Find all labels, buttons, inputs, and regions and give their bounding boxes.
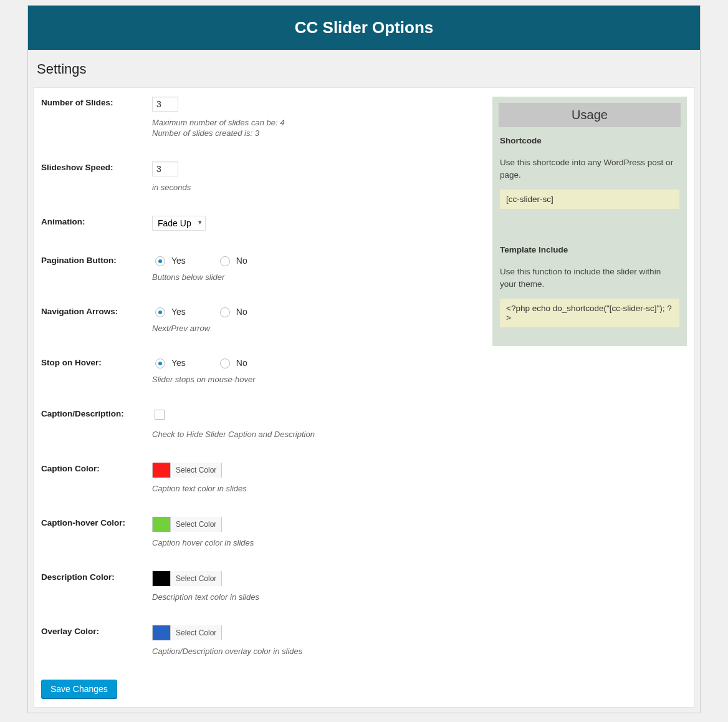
input-number-of-slides[interactable] — [152, 97, 178, 112]
field-slideshow-speed: Slideshow Speed: in seconds — [41, 161, 480, 192]
label-caption-color: Caption Color: — [41, 463, 152, 473]
field-number-of-slides: Number of Slides: Maximum number of slid… — [41, 97, 480, 138]
select-color-button-overlay[interactable]: Select Color — [170, 625, 221, 640]
color-picker-description[interactable]: Select Color — [152, 571, 222, 586]
radio-stop-hover-yes-label: Yes — [171, 358, 186, 368]
field-caption-hover-color: Caption-hover Color: Select Color Captio… — [41, 517, 480, 547]
radio-nav-arrows-no[interactable] — [220, 307, 230, 317]
swatch-description-color — [153, 571, 170, 586]
color-picker-overlay[interactable]: Select Color — [152, 625, 222, 640]
label-caption-description: Caption/Description: — [41, 408, 152, 418]
swatch-caption-hover-color — [153, 517, 170, 532]
hint-max-slides: Maximum number of slides can be: 4 — [152, 118, 480, 127]
input-slideshow-speed[interactable] — [152, 161, 178, 176]
hint-overlay-color: Caption/Description overlay color in sli… — [152, 647, 480, 656]
field-caption-description: Caption/Description: Check to Hide Slide… — [41, 408, 480, 439]
radio-stop-hover-no-label: No — [236, 358, 247, 368]
hint-stop-hover: Slider stops on mouse-hover — [152, 375, 480, 384]
usage-sidebar: Usage Shortcode Use this shortcode into … — [492, 97, 687, 346]
hint-description-color: Description text color in slides — [152, 592, 480, 602]
usage-shortcode-code: [cc-slider-sc] — [500, 190, 679, 209]
hint-pagination: Buttons below slider — [152, 272, 480, 282]
label-stop-on-hover: Stop on Hover: — [41, 357, 152, 367]
label-number-of-slides: Number of Slides: — [41, 97, 152, 107]
select-color-button-caption[interactable]: Select Color — [170, 463, 221, 478]
radio-nav-arrows-yes[interactable] — [155, 307, 165, 317]
usage-heading: Usage — [499, 103, 681, 127]
field-animation: Animation: Fade Up — [41, 216, 480, 231]
swatch-overlay-color — [153, 625, 170, 640]
hint-caption-hover-color: Caption hover color in slides — [152, 538, 480, 547]
label-description-color: Description Color: — [41, 571, 152, 582]
radio-stop-hover-no[interactable] — [220, 359, 230, 368]
label-animation: Animation: — [41, 216, 152, 226]
section-heading-settings: Settings — [28, 50, 700, 77]
color-picker-caption-hover[interactable]: Select Color — [152, 517, 222, 532]
usage-template-code: <?php echo do_shortcode("[cc-slider-sc]"… — [500, 299, 679, 327]
settings-form: Number of Slides: Maximum number of slid… — [41, 97, 480, 698]
radio-pagination-no[interactable] — [220, 256, 230, 266]
label-navigation-arrows: Navigation Arrows: — [41, 306, 152, 316]
hint-nav-arrows: Next/Prev arrow — [152, 324, 480, 333]
select-color-button-description[interactable]: Select Color — [170, 571, 221, 586]
usage-shortcode-label: Shortcode — [500, 136, 679, 145]
settings-container: Number of Slides: Maximum number of slid… — [33, 87, 695, 708]
usage-template-label: Template Include — [500, 245, 679, 254]
field-overlay-color: Overlay Color: Select Color Caption/Desc… — [41, 625, 480, 656]
page-header: CC Slider Options — [28, 6, 700, 50]
label-caption-hover-color: Caption-hover Color: — [41, 517, 152, 527]
radio-pagination-no-label: No — [236, 256, 247, 266]
field-pagination-button: Pagination Button: Yes No Buttons below … — [41, 254, 480, 282]
hint-created-slides: Number of slides created is: 3 — [152, 128, 480, 138]
hint-caption-color: Caption text color in slides — [152, 484, 480, 493]
options-panel: CC Slider Options Settings Number of Sli… — [27, 5, 701, 713]
checkbox-hide-caption[interactable] — [155, 410, 165, 420]
usage-template-text: Use this function to include the slider … — [500, 266, 679, 290]
hint-speed: in seconds — [152, 183, 480, 192]
radio-pagination-yes[interactable] — [155, 256, 165, 266]
page-title: CC Slider Options — [28, 18, 700, 37]
usage-shortcode-text: Use this shortcode into any WordPress po… — [500, 156, 679, 181]
swatch-caption-color — [153, 463, 170, 478]
radio-nav-arrows-no-label: No — [236, 307, 247, 317]
radio-nav-arrows-yes-label: Yes — [171, 307, 186, 317]
field-description-color: Description Color: Select Color Descript… — [41, 571, 480, 602]
label-overlay-color: Overlay Color: — [41, 625, 152, 636]
radio-pagination-yes-label: Yes — [171, 256, 186, 266]
select-color-button-caption-hover[interactable]: Select Color — [170, 517, 221, 532]
color-picker-caption[interactable]: Select Color — [152, 463, 222, 478]
field-stop-on-hover: Stop on Hover: Yes No Slider stops on mo… — [41, 357, 480, 384]
label-pagination-button: Pagination Button: — [41, 254, 152, 265]
save-changes-button[interactable]: Save Changes — [41, 680, 117, 698]
hint-caption-desc: Check to Hide Slider Caption and Descrip… — [152, 430, 480, 439]
field-caption-color: Caption Color: Select Color Caption text… — [41, 463, 480, 493]
select-animation[interactable]: Fade Up — [152, 216, 206, 231]
field-navigation-arrows: Navigation Arrows: Yes No Next/Prev arro… — [41, 306, 480, 333]
radio-stop-hover-yes[interactable] — [155, 359, 165, 368]
label-slideshow-speed: Slideshow Speed: — [41, 161, 152, 172]
